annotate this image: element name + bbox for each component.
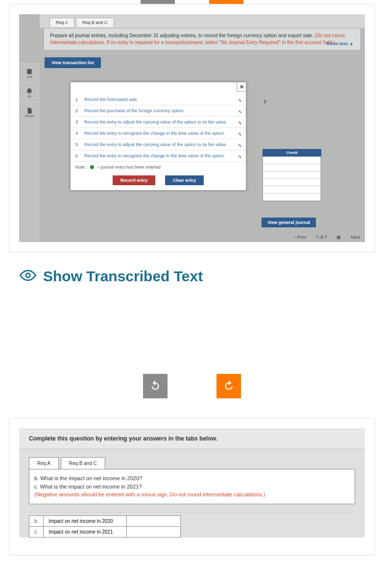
credit-table: Credit <box>263 149 321 201</box>
sidebar-item-references[interactable]: ences <box>19 102 40 122</box>
answer-input-c[interactable] <box>127 526 181 537</box>
book-icon <box>26 68 33 75</box>
transaction-row[interactable]: 2Record the purchase of the foreign curr… <box>71 105 246 117</box>
instructions-box: Prepare all journal entries, including D… <box>44 28 361 50</box>
show-less-link[interactable]: Show less ▲ <box>327 41 354 47</box>
view-general-journal-button[interactable]: View general journal <box>262 218 316 227</box>
close-icon[interactable]: ✕ <box>237 82 246 92</box>
view-transaction-list-button[interactable]: View transaction list <box>45 57 101 68</box>
record-entry-button[interactable]: Record entry <box>113 175 156 185</box>
transaction-row[interactable]: 5Record the entry to adjust the carrying… <box>71 139 246 150</box>
clear-entry-button[interactable]: Clear entry <box>165 175 204 185</box>
next-arrow-icon[interactable]: › <box>264 96 266 106</box>
top-seg-gray <box>141 0 175 4</box>
edit-icon[interactable]: ✎ <box>238 132 242 137</box>
sidebar-item-ebook[interactable]: ook <box>19 63 40 83</box>
transaction-row[interactable]: 4Record the entry to recognize the chang… <box>71 128 246 139</box>
edit-icon[interactable]: ✎ <box>238 98 242 103</box>
bc-instructions: b. What is the impact on net income in 2… <box>29 469 355 504</box>
tab2-req-a[interactable]: Req A <box>29 457 59 469</box>
show-transcribed-link[interactable]: Show Transcribed Text <box>20 267 374 286</box>
transaction-modal: ✕ › 1Record the forecasted sale.✎2Record… <box>70 82 246 191</box>
complete-instruction: Complete this question by entering your … <box>19 428 365 449</box>
table-row: c. Impact on net income in 2021 <box>29 526 181 537</box>
top-seg-white <box>175 0 209 4</box>
credit-header: Credit <box>263 149 321 156</box>
tab2-req-bc[interactable]: Req B and C <box>61 457 105 469</box>
rotate-right-button[interactable] <box>216 374 241 398</box>
next-button[interactable]: Next <box>351 235 360 240</box>
transaction-row[interactable]: 1Record the forecasted sale.✎ <box>71 94 246 105</box>
rotate-left-button[interactable] <box>143 374 168 398</box>
svg-point-0 <box>26 273 30 278</box>
rotate-ccw-icon <box>149 380 162 392</box>
eye-icon <box>20 267 36 286</box>
file-icon <box>26 107 33 114</box>
prev-button[interactable]: ‹ Prev <box>294 235 306 240</box>
table-row: b. Impact on net income in 2020 <box>29 515 181 526</box>
entered-dot-icon <box>90 165 94 169</box>
answer-screenshot: Complete this question by entering your … <box>19 428 365 538</box>
print-icon <box>26 88 33 95</box>
edit-icon[interactable]: ✎ <box>238 109 242 115</box>
grid-icon[interactable]: ▦ <box>336 235 341 240</box>
page-indicator: 7 of 7 <box>316 235 327 240</box>
edit-icon[interactable]: ✎ <box>238 154 242 160</box>
top-seg-orange <box>209 0 243 4</box>
sidebar-item-print[interactable]: int <box>19 83 40 102</box>
journal-screenshot: ook int ences Req A Req B and C Prepare … <box>19 14 365 242</box>
transaction-row[interactable]: 6Record the entry to recognize the chang… <box>71 150 246 162</box>
tab-req-bc[interactable]: Req B and C <box>76 18 114 27</box>
transaction-row[interactable]: 3Record the entry to adjust the carrying… <box>71 117 246 128</box>
tab-req-a[interactable]: Req A <box>49 18 74 27</box>
answer-input-b[interactable] <box>127 515 181 526</box>
edit-icon[interactable]: ✎ <box>238 121 242 126</box>
answer-table: b. Impact on net income in 2020 c. Impac… <box>29 515 181 538</box>
edit-icon[interactable]: ✎ <box>238 143 242 148</box>
rotate-cw-icon <box>222 380 235 392</box>
note-row: Note : = journal entry has been entered <box>71 162 246 172</box>
tabs-row: Req A Req B and C <box>40 14 365 28</box>
pager: ‹ Prev 7 of 7 ▦ Next <box>69 232 360 242</box>
left-sidebar: ook int ences <box>19 63 40 242</box>
